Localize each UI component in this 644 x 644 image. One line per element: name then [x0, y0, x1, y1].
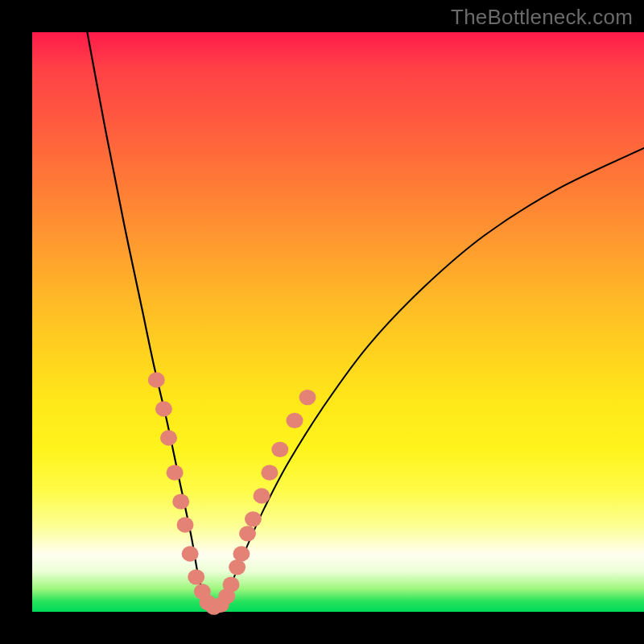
bead-marker — [155, 401, 172, 416]
bead-marker — [172, 494, 189, 510]
watermark-text: TheBottleneck.com — [451, 5, 633, 30]
bead-marker — [254, 488, 270, 503]
bead-marker — [287, 413, 303, 428]
bead-marker — [299, 390, 316, 405]
plot-area — [32, 32, 644, 612]
chart-frame: TheBottleneck.com — [0, 0, 644, 644]
bead-marker — [177, 517, 194, 532]
bead-marker — [188, 569, 204, 584]
bead-marker — [245, 511, 262, 526]
bead-marker — [271, 442, 288, 457]
bead-marker — [261, 465, 278, 481]
bead-marker — [182, 546, 199, 561]
bead-marker — [223, 577, 240, 592]
bead-marker — [148, 372, 165, 387]
bead-marker — [239, 526, 256, 541]
bead-marker — [167, 465, 184, 481]
bead-marker — [229, 559, 246, 575]
curve-svg — [32, 32, 644, 612]
curve-left-arm — [87, 32, 216, 612]
bead-marker — [160, 430, 177, 445]
bead-marker — [233, 546, 250, 561]
bead-group — [148, 372, 316, 615]
curve-right-arm — [216, 148, 644, 612]
